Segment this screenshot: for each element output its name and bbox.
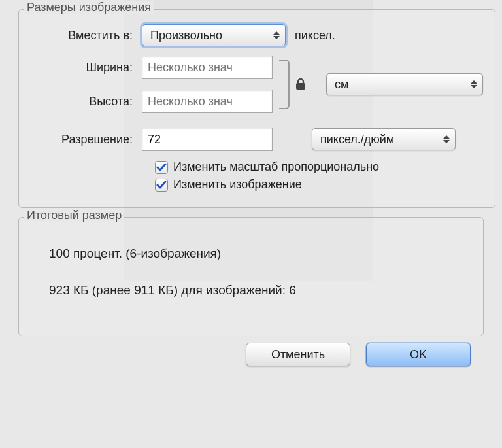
scale-proportional-label: Изменить масштаб пропорционально	[173, 160, 379, 174]
group-title: Размеры изображения	[24, 1, 154, 14]
fit-select[interactable]: Произвольно	[142, 24, 286, 46]
lock-icon[interactable]	[295, 78, 309, 91]
dimension-unit-value: см	[335, 78, 348, 92]
image-dimensions-group: Размеры изображения Вместить в: Произвол…	[18, 9, 495, 208]
width-input[interactable]	[142, 56, 273, 79]
scale-proportional-checkbox[interactable]	[155, 161, 168, 174]
resample-checkbox[interactable]	[155, 179, 168, 192]
resolution-unit-value: пиксел./дюйм	[320, 133, 394, 146]
result-size-group: Итоговый размер 100 процент. (6-изображе…	[18, 217, 484, 336]
fit-suffix: пиксел.	[295, 29, 335, 43]
image-size-dialog: Размеры изображения Вместить в: Произвол…	[13, 0, 489, 379]
resample-label: Изменить изображение	[173, 178, 302, 192]
dimension-unit-select[interactable]: см	[326, 73, 483, 95]
svg-rect-0	[296, 83, 305, 90]
resolution-row: Разрешение: пиксел./дюйм	[31, 128, 483, 151]
cancel-button-label: Отменить	[271, 348, 325, 362]
link-bracket	[276, 57, 293, 112]
ok-button[interactable]: OK	[366, 343, 471, 366]
resolution-input[interactable]	[142, 128, 273, 151]
fit-row: Вместить в: Произвольно пиксел.	[31, 24, 483, 46]
resolution-label: Разрешение:	[31, 133, 142, 146]
dimension-stack: Ширина: Высота: см	[31, 56, 483, 113]
result-line2: 923 КБ (ранее 911 КБ) для изображений: 6	[49, 283, 465, 298]
scale-proportional-row: Изменить масштаб пропорционально	[155, 160, 483, 174]
ok-button-label: OK	[410, 348, 427, 362]
group-title: Итоговый размер	[24, 209, 124, 222]
fit-label: Вместить в:	[31, 29, 142, 43]
height-label: Высота:	[31, 95, 142, 109]
dialog-buttons: Отменить OK	[13, 343, 489, 366]
width-label: Ширина:	[31, 61, 142, 75]
result-text: 100 процент. (6-изображения) 923 КБ (ран…	[31, 232, 471, 324]
updown-icon	[443, 135, 450, 143]
updown-icon	[471, 80, 477, 88]
fit-select-value: Произвольно	[150, 29, 222, 43]
result-line1: 100 процент. (6-изображения)	[49, 247, 465, 261]
resample-row: Изменить изображение	[155, 178, 483, 192]
resolution-unit-select[interactable]: пиксел./дюйм	[312, 128, 456, 150]
updown-icon	[273, 31, 280, 39]
cancel-button[interactable]: Отменить	[246, 343, 350, 366]
height-input[interactable]	[142, 90, 273, 113]
